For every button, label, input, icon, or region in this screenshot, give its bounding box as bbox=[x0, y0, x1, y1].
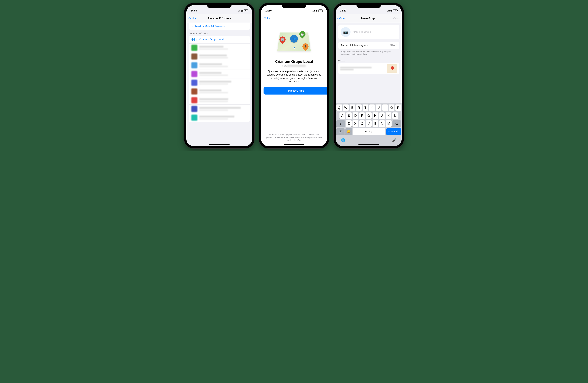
phone-2: 14:50 ◉ 54 ‹ Voltar 🏢 ☕ 🎓 👥 bbox=[259, 3, 329, 148]
back-button[interactable]: ‹ Voltar bbox=[337, 17, 345, 20]
show-more-button[interactable]: ⌄ Mostrar Mais 94 Pessoas bbox=[189, 23, 250, 30]
street-label: Rua bbox=[282, 64, 306, 67]
key-x[interactable]: X bbox=[353, 120, 358, 127]
page-title: Pessoas Próximas bbox=[208, 17, 231, 20]
key-h[interactable]: H bbox=[373, 113, 378, 119]
group-avatar bbox=[191, 89, 197, 94]
create-button[interactable]: Criar bbox=[393, 17, 400, 20]
backspace-key[interactable]: ⌫ bbox=[393, 120, 401, 127]
key-a[interactable]: A bbox=[339, 113, 345, 119]
camera-icon: 📷 bbox=[343, 30, 348, 34]
footer-note: Se você iniciar um grupo não relacionado… bbox=[261, 133, 327, 142]
wifi-icon: ◉ bbox=[315, 9, 317, 12]
key-l[interactable]: L bbox=[392, 113, 398, 119]
nav-bar: ‹ Voltar Pessoas Próximas bbox=[186, 14, 252, 23]
nav-bar: ‹ Voltar bbox=[261, 14, 327, 23]
nav-bar: ‹ Voltar Novo Grupo Criar bbox=[336, 14, 402, 23]
key-n[interactable]: N bbox=[379, 120, 385, 127]
status-time: 14:50 bbox=[265, 9, 272, 12]
key-o[interactable]: O bbox=[389, 105, 395, 111]
key-k[interactable]: K bbox=[386, 113, 391, 119]
group-avatar bbox=[191, 97, 197, 103]
autodelete-group: Autoexcluir Mensagens Não ⌃⌄ bbox=[338, 42, 399, 49]
shift-key[interactable]: ⇧ bbox=[336, 120, 345, 127]
key-z[interactable]: Z bbox=[346, 120, 352, 127]
home-indicator[interactable] bbox=[209, 144, 230, 145]
hero-title: Criar um Grupo Local bbox=[275, 59, 313, 64]
autodelete-hint: Apaga automaticamente as mensagens neste… bbox=[336, 49, 402, 57]
phone-1: 14:50 ◉ 55 ‹ Voltar Pessoas Próximas ⌄ M… bbox=[184, 3, 254, 148]
group-row[interactable] bbox=[189, 113, 250, 122]
start-group-button[interactable]: Iniciar Grupo bbox=[264, 87, 327, 94]
group-row[interactable] bbox=[189, 61, 250, 70]
home-indicator[interactable] bbox=[358, 144, 379, 145]
chevron-down-icon: ⌄ bbox=[191, 25, 193, 28]
back-button[interactable]: ‹ Voltar bbox=[188, 17, 196, 20]
status-time: 14:50 bbox=[191, 9, 197, 12]
section-header-groups: GRUPOS PRÓXIMOS bbox=[186, 30, 252, 36]
numbers-key[interactable]: 123 bbox=[336, 128, 345, 135]
name-group: 📷 Nome do grupo bbox=[338, 25, 399, 39]
space-key[interactable]: espaço bbox=[353, 128, 386, 135]
key-s[interactable]: S bbox=[346, 113, 352, 119]
create-local-group-button[interactable]: 👥₊ Criar um Grupo Local bbox=[189, 36, 250, 44]
group-row[interactable] bbox=[189, 70, 250, 78]
mic-key[interactable]: 🎤 bbox=[392, 138, 397, 142]
chevron-left-icon: ‹ bbox=[337, 16, 338, 20]
section-header-local: LOCAL bbox=[336, 57, 402, 63]
group-row[interactable] bbox=[189, 44, 250, 52]
status-time: 14:50 bbox=[340, 9, 346, 12]
key-u[interactable]: U bbox=[376, 105, 381, 111]
signal-icon bbox=[238, 10, 240, 11]
location-row[interactable] bbox=[338, 63, 399, 74]
wifi-icon: ◉ bbox=[241, 9, 243, 12]
group-row[interactable] bbox=[189, 87, 250, 96]
key-e[interactable]: E bbox=[350, 105, 355, 111]
autodelete-row[interactable]: Autoexcluir Mensagens Não ⌃⌄ bbox=[338, 42, 399, 49]
emoji-key[interactable]: 😀 bbox=[345, 128, 352, 135]
map-thumbnail bbox=[387, 64, 397, 73]
group-name-input[interactable]: Nome do grupo bbox=[353, 30, 397, 34]
key-q[interactable]: Q bbox=[336, 105, 342, 111]
key-d[interactable]: D bbox=[353, 113, 358, 119]
pin-people-icon: 👥 bbox=[290, 35, 298, 43]
key-g[interactable]: G bbox=[366, 113, 372, 119]
key-p[interactable]: P bbox=[395, 105, 401, 111]
key-v[interactable]: V bbox=[366, 120, 372, 127]
signal-icon bbox=[387, 10, 390, 11]
updown-icon: ⌃⌄ bbox=[395, 45, 397, 46]
globe-key[interactable]: 🌐 bbox=[341, 138, 346, 142]
battery-icon: 54 bbox=[318, 9, 323, 12]
group-row[interactable] bbox=[189, 96, 250, 105]
key-t[interactable]: T bbox=[363, 105, 368, 111]
key-j[interactable]: J bbox=[379, 113, 385, 119]
groups-list: 👥₊ Criar um Grupo Local bbox=[189, 36, 250, 122]
key-c[interactable]: C bbox=[359, 120, 365, 127]
group-row[interactable] bbox=[189, 105, 250, 113]
notch bbox=[207, 3, 231, 8]
keyboard: QWERTYUIOP ASDFGHJKL ⇧ ZXCVBNM ⌫ 123 😀 e… bbox=[336, 103, 402, 146]
key-y[interactable]: Y bbox=[369, 105, 375, 111]
key-b[interactable]: B bbox=[373, 120, 378, 127]
key-r[interactable]: R bbox=[356, 105, 362, 111]
home-indicator[interactable] bbox=[284, 144, 304, 145]
group-add-icon: 👥₊ bbox=[191, 38, 197, 42]
group-avatar bbox=[191, 45, 197, 51]
group-avatar bbox=[191, 114, 197, 121]
back-button[interactable]: ‹ Voltar bbox=[263, 17, 271, 20]
key-m[interactable]: M bbox=[386, 120, 392, 127]
group-row[interactable] bbox=[189, 78, 250, 87]
group-avatar bbox=[191, 106, 197, 112]
group-row[interactable] bbox=[189, 52, 250, 61]
key-w[interactable]: W bbox=[343, 105, 349, 111]
phone-3: 14:50 ◉ 54 ‹ Voltar Novo Grupo Criar 📷 bbox=[334, 3, 404, 148]
done-key[interactable]: concluído bbox=[386, 128, 401, 135]
battery-icon: 54 bbox=[393, 9, 397, 12]
key-i[interactable]: I bbox=[382, 105, 388, 111]
add-photo-button[interactable]: 📷 bbox=[341, 27, 351, 37]
notch bbox=[357, 3, 381, 8]
chevron-left-icon: ‹ bbox=[188, 16, 189, 20]
key-f[interactable]: F bbox=[359, 113, 365, 119]
map-illustration: 🏢 ☕ 🎓 👥 bbox=[277, 29, 311, 53]
local-group bbox=[338, 63, 399, 74]
